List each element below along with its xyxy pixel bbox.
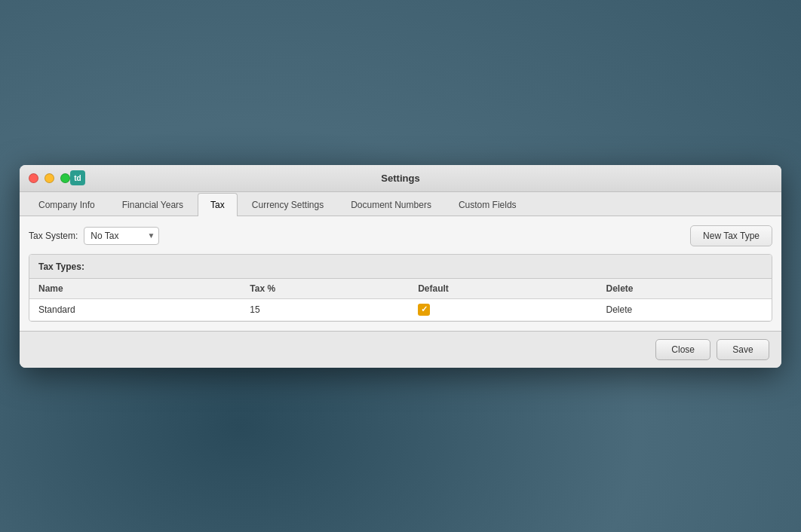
default-checkbox[interactable]: ✓ <box>418 304 430 316</box>
cell-default: ✓ <box>409 298 597 320</box>
tab-tax[interactable]: Tax <box>198 193 238 216</box>
bottom-bar: Close Save <box>20 331 781 368</box>
titlebar: td Settings <box>20 165 781 192</box>
cell-delete: Delete <box>597 298 772 320</box>
tax-types-section: Tax Types: Name Tax % Default Delete <box>29 254 772 322</box>
toolbar: Tax System: No Tax Simple Tax VAT ▼ New … <box>29 225 772 246</box>
close-button[interactable]: Close <box>655 339 710 360</box>
section-title: Tax Types: <box>38 261 84 272</box>
new-tax-type-button[interactable]: New Tax Type <box>690 225 772 246</box>
cell-tax-percent: 15 <box>241 298 409 320</box>
tabs-bar: Company Info Financial Years Tax Currenc… <box>20 192 781 216</box>
delete-link[interactable]: Delete <box>606 304 633 315</box>
tab-currency-settings[interactable]: Currency Settings <box>239 193 336 216</box>
column-header-name: Name <box>29 279 241 299</box>
save-button[interactable]: Save <box>717 339 769 360</box>
app-icon: td <box>70 170 85 185</box>
column-header-default: Default <box>409 279 597 299</box>
tab-financial-years[interactable]: Financial Years <box>109 193 196 216</box>
column-header-delete: Delete <box>597 279 772 299</box>
tax-system-label: Tax System: <box>29 231 78 241</box>
table-header-row: Name Tax % Default Delete <box>29 279 772 299</box>
tax-types-table: Name Tax % Default Delete Standard 15 ✓ <box>29 279 772 321</box>
cell-name: Standard <box>29 298 241 320</box>
tax-system-select[interactable]: No Tax Simple Tax VAT <box>84 227 159 245</box>
table-row: Standard 15 ✓ Delete <box>29 298 772 320</box>
tab-document-numbers[interactable]: Document Numbers <box>338 193 444 216</box>
settings-window: td Settings Company Info Financial Years… <box>20 165 781 368</box>
tab-company-info[interactable]: Company Info <box>26 193 108 216</box>
window-controls <box>29 173 70 183</box>
section-header: Tax Types: <box>29 255 772 279</box>
table-container: Name Tax % Default Delete Standard 15 ✓ <box>29 279 772 321</box>
close-window-button[interactable] <box>29 173 38 183</box>
minimize-window-button[interactable] <box>44 173 54 183</box>
maximize-window-button[interactable] <box>60 173 70 183</box>
tab-custom-fields[interactable]: Custom Fields <box>446 193 529 216</box>
window-title: Settings <box>381 173 419 184</box>
tab-content: Tax System: No Tax Simple Tax VAT ▼ New … <box>20 216 781 331</box>
tax-system-select-wrapper: No Tax Simple Tax VAT ▼ <box>84 227 159 245</box>
column-header-tax-percent: Tax % <box>241 279 409 299</box>
